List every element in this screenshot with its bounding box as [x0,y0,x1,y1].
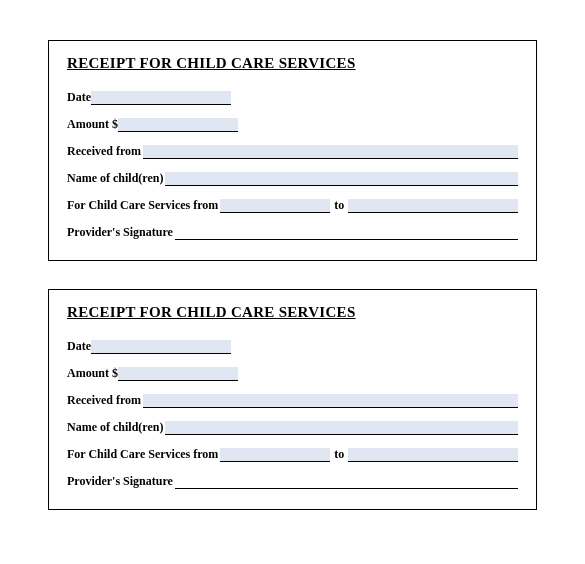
receipt-form-2: RECEIPT FOR CHILD CARE SERVICES Date Amo… [48,289,537,510]
received-row: Received from [67,393,518,408]
child-row: Name of child(ren) [67,171,518,186]
services-row: For Child Care Services from to [67,198,518,213]
signature-field[interactable] [175,226,518,240]
services-to-field[interactable] [348,199,518,213]
child-field[interactable] [165,421,518,435]
child-label: Name of child(ren) [67,420,163,435]
amount-label: Amount $ [67,117,118,132]
date-row: Date [67,339,518,354]
amount-field[interactable] [118,367,238,381]
signature-row: Provider's Signature [67,474,518,489]
receipt-title: RECEIPT FOR CHILD CARE SERVICES [67,55,518,72]
received-field[interactable] [143,394,518,408]
received-field[interactable] [143,145,518,159]
signature-field[interactable] [175,475,518,489]
date-label: Date [67,339,91,354]
signature-label: Provider's Signature [67,225,173,240]
receipt-title: RECEIPT FOR CHILD CARE SERVICES [67,304,518,321]
signature-row: Provider's Signature [67,225,518,240]
amount-field[interactable] [118,118,238,132]
amount-row: Amount $ [67,366,518,381]
child-field[interactable] [165,172,518,186]
services-label: For Child Care Services from [67,198,218,213]
services-label: For Child Care Services from [67,447,218,462]
to-label: to [330,198,348,213]
services-from-field[interactable] [220,199,330,213]
child-row: Name of child(ren) [67,420,518,435]
services-from-field[interactable] [220,448,330,462]
signature-label: Provider's Signature [67,474,173,489]
amount-row: Amount $ [67,117,518,132]
to-label: to [330,447,348,462]
received-row: Received from [67,144,518,159]
services-row: For Child Care Services from to [67,447,518,462]
child-label: Name of child(ren) [67,171,163,186]
received-label: Received from [67,393,141,408]
date-field[interactable] [91,91,231,105]
date-label: Date [67,90,91,105]
receipt-form-1: RECEIPT FOR CHILD CARE SERVICES Date Amo… [48,40,537,261]
amount-label: Amount $ [67,366,118,381]
date-field[interactable] [91,340,231,354]
date-row: Date [67,90,518,105]
received-label: Received from [67,144,141,159]
services-to-field[interactable] [348,448,518,462]
